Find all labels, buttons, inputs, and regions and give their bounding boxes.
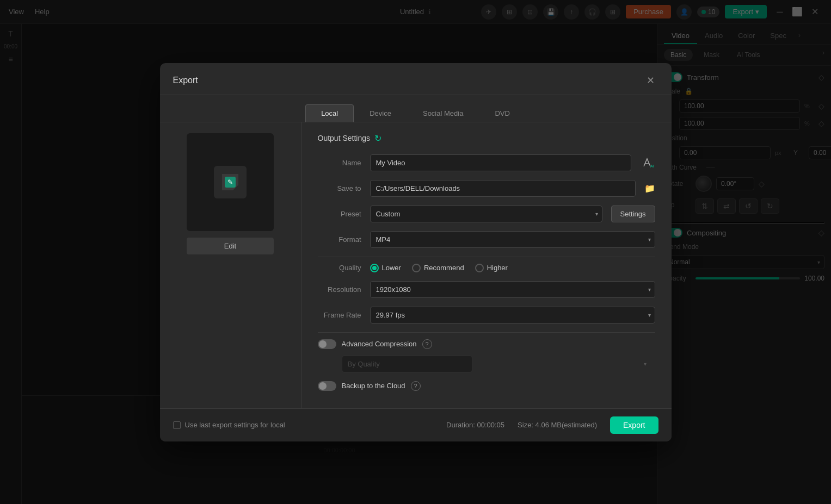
dialog-tab-device[interactable]: Device bbox=[354, 104, 407, 122]
duration-stat: Duration: 00:00:05 bbox=[446, 421, 504, 429]
quality-lower-label: Lower bbox=[382, 264, 401, 272]
svg-text:✎: ✎ bbox=[227, 178, 233, 186]
save-to-row: Save to 📁 bbox=[318, 180, 655, 197]
quality-recommend-radio[interactable] bbox=[412, 264, 421, 272]
dialog-footer: Use last export settings for local Durat… bbox=[160, 408, 672, 441]
last-settings-checkbox-row: Use last export settings for local bbox=[173, 421, 285, 429]
name-input[interactable] bbox=[370, 154, 631, 171]
name-label: Name bbox=[318, 159, 361, 167]
frame-rate-select-wrapper: 29.97 fps 24 fps 30 fps 60 fps ▾ bbox=[370, 307, 655, 323]
last-settings-checkbox[interactable] bbox=[173, 421, 181, 429]
backup-cloud-toggle[interactable] bbox=[318, 381, 336, 391]
preview-thumb-icon: ✎ bbox=[214, 166, 247, 198]
by-quality-wrapper: By Quality ▾ bbox=[318, 356, 655, 372]
backup-cloud-row: Backup to the Cloud ? bbox=[318, 381, 655, 391]
size-stat: Size: 4.06 MB(estimated) bbox=[518, 421, 597, 429]
quality-lower-radio-fill bbox=[372, 266, 377, 270]
save-to-label: Save to bbox=[318, 184, 361, 192]
ai-rename-icon[interactable]: AI bbox=[640, 155, 655, 170]
quality-options: Lower Recommend Higher bbox=[370, 264, 508, 272]
by-quality-select: By Quality bbox=[342, 356, 472, 372]
dialog-tab-local[interactable]: Local bbox=[305, 104, 354, 122]
frame-rate-label: Frame Rate bbox=[318, 311, 361, 319]
dialog-header: Export ✕ bbox=[160, 63, 672, 95]
preview-thumbnail: ✎ bbox=[187, 133, 274, 231]
resolution-select[interactable]: 1920x1080 1280x720 3840x2160 bbox=[370, 281, 655, 298]
preset-select-wrapper: Custom ▾ bbox=[370, 206, 602, 222]
backup-cloud-help-icon[interactable]: ? bbox=[411, 381, 421, 391]
export-final-button[interactable]: Export bbox=[610, 416, 658, 434]
edit-button[interactable]: Edit bbox=[187, 238, 274, 254]
dialog-tab-social[interactable]: Social Media bbox=[407, 104, 479, 122]
refresh-icon[interactable]: ↻ bbox=[374, 133, 381, 144]
format-select[interactable]: MP4 MOV AVI bbox=[370, 231, 655, 248]
footer-info: Duration: 00:00:05 Size: 4.06 MB(estimat… bbox=[446, 416, 658, 434]
last-settings-label: Use last export settings for local bbox=[185, 421, 285, 429]
quality-lower-radio[interactable] bbox=[370, 264, 379, 272]
backup-cloud-label: Backup to the Cloud bbox=[342, 382, 405, 390]
format-label: Format bbox=[318, 235, 361, 244]
settings-divider-2 bbox=[318, 332, 655, 333]
dialog-tab-dvd[interactable]: DVD bbox=[479, 104, 525, 122]
quality-row: Quality Lower Recommend bbox=[318, 264, 655, 272]
dialog-body: ✎ Edit Output Settings ↻ Name bbox=[160, 122, 672, 408]
advanced-compression-row: Advanced Compression ? bbox=[318, 339, 655, 349]
output-settings-label: Output Settings bbox=[318, 134, 371, 142]
dialog-tabs: Local Device Social Media DVD bbox=[160, 95, 672, 122]
export-dialog: Export ✕ Local Device Social Media DVD ✎ bbox=[160, 63, 672, 441]
quality-higher-option[interactable]: Higher bbox=[475, 264, 508, 272]
preset-label: Preset bbox=[318, 210, 361, 218]
advanced-compression-help-icon[interactable]: ? bbox=[422, 339, 432, 349]
quality-lower-option[interactable]: Lower bbox=[370, 264, 401, 272]
preset-select[interactable]: Custom bbox=[370, 206, 602, 222]
resolution-select-wrapper: 1920x1080 1280x720 3840x2160 ▾ bbox=[370, 281, 655, 298]
settings-button[interactable]: Settings bbox=[611, 206, 655, 222]
dialog-preview: ✎ Edit bbox=[160, 122, 301, 408]
dialog-close-button[interactable]: ✕ bbox=[643, 73, 658, 88]
svg-text:AI: AI bbox=[650, 164, 654, 168]
format-select-wrapper: MP4 MOV AVI ▾ bbox=[370, 231, 655, 248]
resolution-row: Resolution 1920x1080 1280x720 3840x2160 … bbox=[318, 281, 655, 298]
name-row: Name AI bbox=[318, 154, 655, 171]
dialog-settings: Output Settings ↻ Name AI bbox=[301, 122, 672, 408]
quality-higher-label: Higher bbox=[487, 264, 508, 272]
advanced-compression-toggle[interactable] bbox=[318, 339, 336, 349]
by-quality-chevron-icon: ▾ bbox=[644, 361, 647, 367]
settings-divider-1 bbox=[318, 257, 655, 257]
advanced-compression-label: Advanced Compression bbox=[342, 340, 417, 348]
dialog-overlay: Export ✕ Local Device Social Media DVD ✎ bbox=[0, 0, 831, 504]
frame-rate-row: Frame Rate 29.97 fps 24 fps 30 fps 60 fp… bbox=[318, 307, 655, 323]
folder-icon[interactable]: 📁 bbox=[644, 183, 655, 194]
quality-recommend-label: Recommend bbox=[424, 264, 464, 272]
output-settings-header: Output Settings ↻ bbox=[318, 133, 655, 144]
preset-row: Preset Custom ▾ Settings bbox=[318, 206, 655, 222]
quality-higher-radio[interactable] bbox=[475, 264, 484, 272]
quality-label: Quality bbox=[318, 264, 361, 272]
quality-recommend-option[interactable]: Recommend bbox=[412, 264, 464, 272]
frame-rate-select[interactable]: 29.97 fps 24 fps 30 fps 60 fps bbox=[370, 307, 655, 323]
format-row: Format MP4 MOV AVI ▾ bbox=[318, 231, 655, 248]
dialog-title: Export bbox=[173, 76, 198, 85]
resolution-label: Resolution bbox=[318, 285, 361, 294]
save-to-input[interactable] bbox=[370, 180, 636, 197]
